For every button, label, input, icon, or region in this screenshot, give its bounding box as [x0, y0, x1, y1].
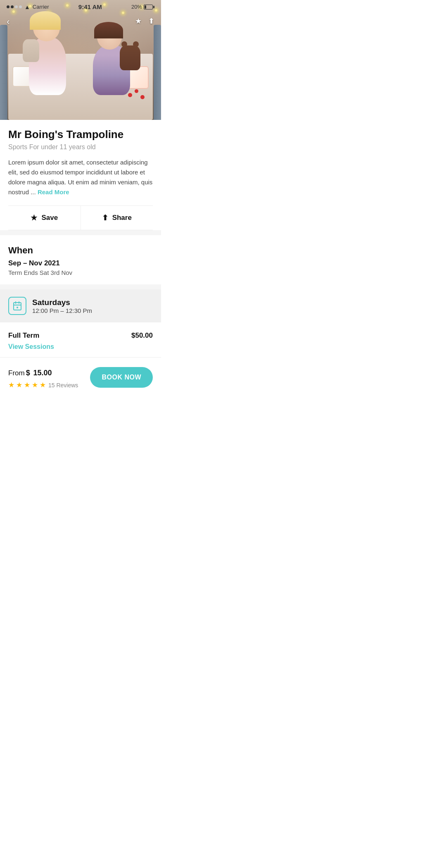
price-value: 15.00	[33, 369, 52, 377]
calendar-icon	[8, 297, 26, 315]
schedule-gap	[0, 284, 161, 289]
share-icon: ⬆	[102, 213, 108, 222]
from-amount: $ 15.00	[26, 365, 52, 378]
share-header-button[interactable]: ⬆	[148, 17, 154, 26]
activity-title: Mr Boing's Trampoline	[8, 128, 153, 141]
schedule-time: 12:00 Pm – 12:30 Pm	[32, 307, 92, 314]
star-2: ★	[16, 381, 22, 389]
hero-image: ‹ ★ ⬆	[0, 0, 161, 120]
carrier-label: Carrier	[33, 4, 49, 10]
wifi-icon: ▲	[24, 4, 30, 10]
signal-dot-1	[7, 5, 9, 8]
schedule-info: Saturdays 12:00 Pm – 12:30 Pm	[32, 298, 92, 314]
when-section: When Sep – Nov 2021 Term Ends Sat 3rd No…	[0, 235, 161, 284]
book-now-button[interactable]: BOOK NOW	[90, 367, 153, 388]
status-right: 20%	[131, 4, 154, 10]
share-button[interactable]: ⬆ Share	[81, 206, 153, 230]
term-ends: Term Ends Sat 3rd Nov	[8, 269, 153, 276]
reviews-count: 15 Reviews	[48, 382, 78, 389]
schedule-day: Saturdays	[32, 298, 92, 307]
price-block: From $ 15.00	[8, 365, 78, 378]
from-label: From	[8, 369, 25, 377]
full-term-label: Full Term	[8, 331, 39, 340]
section-gap-1	[0, 230, 161, 235]
stars-row: ★ ★ ★ ★ ★ 15 Reviews	[8, 381, 78, 389]
pricing-row: Full Term $50.00	[8, 331, 153, 340]
currency-symbol: $	[26, 369, 30, 377]
status-time: 9:41 AM	[78, 3, 102, 10]
activity-description: Lorem ipsum dolor sit amet, consectetur …	[8, 157, 153, 197]
bottom-bar: From $ 15.00 ★ ★ ★ ★ ★ 15 Reviews BOOK N…	[0, 358, 161, 399]
pricing-section: Full Term $50.00 View Sessions	[0, 322, 161, 357]
activity-subtitle: Sports For under 11 years old	[8, 143, 153, 151]
battery-percent: 20%	[131, 4, 142, 10]
svg-point-4	[17, 307, 18, 308]
save-button[interactable]: ★ Save	[8, 206, 81, 230]
schedule-card: Saturdays 12:00 Pm – 12:30 Pm	[0, 289, 161, 322]
battery-icon	[144, 5, 154, 10]
read-more-link[interactable]: Read More	[38, 188, 69, 196]
svg-rect-0	[14, 303, 21, 310]
content-area: Mr Boing's Trampoline Sports For under 1…	[0, 120, 161, 230]
signal-dot-2	[11, 5, 14, 8]
status-bar: ▲ Carrier 9:41 AM 20%	[0, 0, 161, 12]
star-3: ★	[24, 381, 30, 389]
star-4: ★	[32, 381, 38, 389]
date-range: Sep – Nov 2021	[8, 259, 153, 267]
status-left: ▲ Carrier	[7, 4, 49, 10]
save-share-row: ★ Save ⬆ Share	[8, 205, 153, 230]
view-sessions-link[interactable]: View Sessions	[8, 343, 54, 350]
star-1: ★	[8, 381, 14, 389]
nav-actions: ★ ⬆	[135, 17, 154, 26]
price-from: From $ 15.00 ★ ★ ★ ★ ★ 15 Reviews	[8, 365, 78, 389]
bookmark-button[interactable]: ★	[135, 17, 142, 26]
star-5: ★	[40, 381, 46, 389]
signal-dot-3	[15, 5, 18, 8]
when-title: When	[8, 245, 153, 256]
full-term-amount: $50.00	[131, 331, 153, 340]
save-icon: ★	[31, 213, 37, 222]
back-button[interactable]: ‹	[7, 17, 9, 27]
signal-dot-4	[19, 5, 22, 8]
signal-dots	[7, 5, 22, 8]
